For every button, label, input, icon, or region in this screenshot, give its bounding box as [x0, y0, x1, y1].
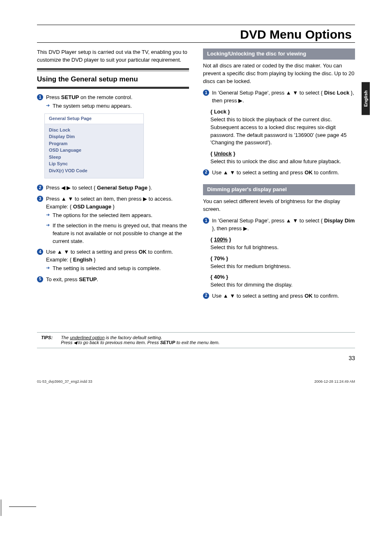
right-column: Locking/Unlocking the disc for viewing N…	[203, 49, 355, 303]
lock-step-2-text: Use ▲ ▼ to select a setting and press OK…	[212, 169, 339, 176]
left-column: This DVD Player setup is carried out via…	[37, 49, 189, 303]
step-3-text: Press ▲ ▼ to select an item, then press …	[46, 196, 173, 202]
tips-label: TIPS:	[41, 335, 53, 345]
menu-item: OSD Language	[49, 147, 139, 154]
lock-step-2-icon: 2	[203, 169, 209, 176]
footer-left: 01-53_dvp3960_37_eng2.indd 33	[37, 379, 92, 384]
footer-right: 2006-12-28 11:24:49 AM	[314, 379, 355, 384]
general-setup-heading: Using the General setup menu	[37, 74, 189, 85]
option-70: { 70% } Select this for medium brightnes…	[203, 255, 355, 271]
option-100: { 100% } Select this for full brightness…	[203, 236, 355, 252]
general-setup-menu: General Setup Page Disc Lock Display Dim…	[44, 113, 144, 178]
step-2-text: Press ◀ ▶ to select { General Setup Page…	[46, 185, 152, 191]
step-1-text: Press SETUP on the remote control.	[46, 94, 132, 100]
step-4-result: The setting is selected and setup is com…	[46, 265, 189, 273]
option-unlock: { Unlock } Select this to unlock the dis…	[203, 150, 355, 166]
language-tab: English	[362, 82, 370, 115]
step-3-example: Example: { OSD Language }	[46, 203, 189, 211]
intro-paragraph: This DVD Player setup is carried out via…	[37, 49, 189, 64]
main-title-bar: DVD Menu Options	[37, 28, 355, 43]
tips-text: The underlined option is the factory def…	[61, 335, 219, 345]
dim-intro: You can select different levels of brigh…	[203, 198, 355, 213]
step-4-icon: 4	[37, 249, 43, 255]
step-5-text: To exit, press SETUP.	[46, 276, 98, 282]
step-5-icon: 5	[37, 276, 43, 282]
page-number: 33	[37, 355, 355, 361]
dim-step-1-text: In 'General Setup Page', press ▲ ▼ to se…	[212, 217, 355, 231]
step-2-icon: 2	[37, 185, 43, 191]
menu-header: General Setup Page	[45, 114, 143, 124]
step-4-text: Use ▲ ▼ to select a setting and press OK…	[46, 249, 173, 255]
menu-item: Lip Sync	[49, 160, 139, 167]
lock-step-1-icon: 1	[203, 90, 209, 96]
menu-item: DivX(r) VOD Code	[49, 167, 139, 174]
dim-step-2-text: Use ▲ ▼ to select a setting and press OK…	[212, 293, 339, 299]
step-1-result: The system setup menu appears.	[46, 102, 189, 110]
main-title: DVD Menu Options	[240, 28, 355, 42]
step-3-result-2: If the selection in the menu is greyed o…	[46, 222, 189, 245]
lock-step-1-text: In 'General Setup Page', press ▲ ▼ to se…	[212, 90, 354, 104]
print-footer: 01-53_dvp3960_37_eng2.indd 33 2006-12-28…	[37, 379, 355, 400]
lock-section-bar: Locking/Unlocking the disc for viewing	[203, 49, 355, 60]
lock-intro: Not all discs are rated or coded by the …	[203, 62, 355, 86]
dim-step-1-icon: 1	[203, 217, 209, 224]
tips-box: TIPS: The underlined option is the facto…	[37, 332, 355, 348]
step-3-icon: 3	[37, 196, 43, 202]
menu-item: Sleep	[49, 154, 139, 161]
option-40: { 40% } Select this for dimming the disp…	[203, 273, 355, 289]
menu-item: Program	[49, 140, 139, 147]
step-3-result-1: The options for the selected item appear…	[46, 212, 189, 220]
step-4-example: Example: { English }	[46, 256, 189, 264]
menu-item: Display Dim	[49, 133, 139, 140]
option-lock: { Lock } Select this to block the playba…	[203, 108, 355, 147]
menu-item: Disc Lock	[49, 127, 139, 134]
dim-section-bar: Dimming player's display panel	[203, 184, 355, 195]
step-1-icon: 1	[37, 94, 43, 100]
dim-step-2-icon: 2	[203, 293, 209, 299]
